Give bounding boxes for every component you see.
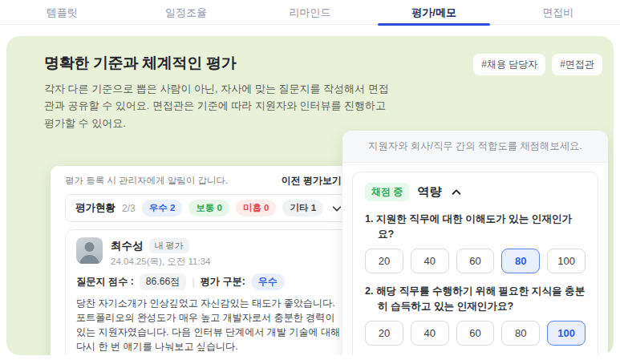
score-option-60[interactable]: 60 xyxy=(456,249,495,273)
score-value: 86.66점 xyxy=(140,273,187,290)
status-badge-average: 보통 0 xyxy=(188,200,229,216)
status-badge-other: 기타 1 xyxy=(282,200,323,216)
tab-remind[interactable]: 리마인드 xyxy=(248,0,372,24)
score-option-20[interactable]: 20 xyxy=(365,249,403,273)
grade-badge: 우수 xyxy=(251,273,285,290)
question-2: 2. 해당 직무를 수행하기 위해 필요한 지식을 충분히 습득하고 있는 인재… xyxy=(365,284,586,346)
chevron-up-icon[interactable] xyxy=(451,187,462,198)
status-label: 평가현황 xyxy=(75,201,115,215)
score-label: 질문지 점수 : xyxy=(76,275,134,289)
tab-evaluation-memo[interactable]: 평가/메모 xyxy=(372,0,496,24)
tag-interviewer: #면접관 xyxy=(552,54,602,75)
status-count: 2/3 xyxy=(122,203,136,214)
scoring-section: 채점 중 역량 1. 지원한 직무에 대한 이해도가 있는 인재인가요? 20 … xyxy=(352,172,598,355)
evaluation-list-card: 평가 등록 시 관리자에게 알림이 갑니다. 이전 평가보기 (0) 평가현황 … xyxy=(51,166,371,355)
page-title: 명확한 기준과 체계적인 평가 xyxy=(44,53,236,74)
scoring-status-badge: 채점 중 xyxy=(365,183,409,201)
evaluation-comment: 당찬 자기소개가 인상깊었고 자신감있는 태도가 좋았습니다. 포트폴리오의 완… xyxy=(76,296,345,354)
status-badge-excellent: 우수 2 xyxy=(142,200,183,216)
chevron-down-icon[interactable] xyxy=(331,203,342,214)
my-evaluation-badge: 내 평가 xyxy=(149,238,189,253)
tab-interview-fee[interactable]: 면접비 xyxy=(496,0,620,24)
score-option-80[interactable]: 80 xyxy=(501,321,540,346)
grade-label: 평가 구분: xyxy=(201,275,245,289)
score-option-40[interactable]: 40 xyxy=(411,321,449,346)
score-option-100[interactable]: 100 xyxy=(547,321,586,346)
evaluator-name: 최수성 xyxy=(111,239,144,253)
scoring-card-header: 지원자와 회사/직무 간의 적합도를 채점해보세요. xyxy=(342,131,608,163)
section-title: 역량 xyxy=(417,184,441,200)
evaluation-entry: 최수성 내 평가 24.04.25(목), 오전 11:34 질문지 점수 : … xyxy=(65,229,356,355)
tab-schedule[interactable]: 일정조율 xyxy=(124,0,249,24)
score-option-40[interactable]: 40 xyxy=(411,249,449,273)
question-text: 2. 해당 직무를 수행하기 위해 필요한 지식을 충분히 습득하고 있는 인재… xyxy=(365,284,586,314)
page-description: 각자 다른 기준으로 뽑은 사람이 아닌, 자사에 맞는 질문지를 작성해서 면… xyxy=(44,80,397,131)
tab-bar: 템플릿 일정조율 리마인드 평가/메모 면접비 xyxy=(0,0,620,25)
status-badge-poor: 미흡 0 xyxy=(236,200,277,216)
divider: | xyxy=(192,277,194,288)
avatar xyxy=(76,237,103,264)
tab-templates[interactable]: 템플릿 xyxy=(0,0,124,24)
scoring-card: 지원자와 회사/직무 간의 적합도를 채점해보세요. 채점 중 역량 1. 지원… xyxy=(342,131,608,355)
score-option-100[interactable]: 100 xyxy=(547,249,586,273)
score-option-60[interactable]: 60 xyxy=(456,321,495,346)
score-option-80[interactable]: 80 xyxy=(501,249,540,273)
page: 템플릿 일정조율 리마인드 평가/메모 면접비 명확한 기준과 체계적인 평가 … xyxy=(0,0,620,364)
notice-text: 평가 등록 시 관리자에게 알림이 갑니다. xyxy=(65,175,228,187)
question-1: 1. 지원한 직무에 대한 이해도가 있는 인재인가요? 20 40 60 80… xyxy=(365,212,586,273)
evaluation-datetime: 24.04.25(목), 오전 11:34 xyxy=(111,256,210,268)
feature-panel: 명확한 기준과 체계적인 평가 #채용 담당자 #면접관 각자 다른 기준으로 … xyxy=(6,36,614,355)
tag-recruiter: #채용 담당자 xyxy=(473,54,545,75)
question-text: 1. 지원한 직무에 대한 이해도가 있는 인재인가요? xyxy=(365,212,586,242)
hero-tags: #채용 담당자 #면접관 xyxy=(473,54,602,75)
score-option-20[interactable]: 20 xyxy=(365,321,403,346)
evaluation-status-box: 평가현황 2/3 우수 2 보통 0 미흡 0 기타 1 xyxy=(65,194,356,222)
